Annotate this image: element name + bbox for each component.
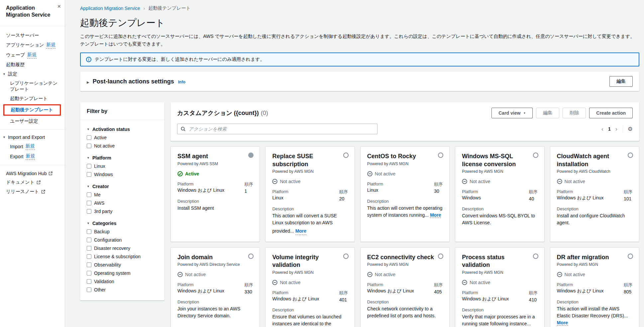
sidebar-item[interactable]: レプリケーションテンプレート <box>0 79 65 94</box>
sidebar-item[interactable]: ソースサーバー <box>0 31 65 40</box>
more-link[interactable]: More <box>430 212 441 218</box>
action-card[interactable]: Windows MS-SQL license conversion Powere… <box>455 146 544 242</box>
delete-action-button[interactable]: 削除 <box>563 108 586 118</box>
card-radio[interactable] <box>343 153 349 158</box>
filter-group-title[interactable]: ▼Platform <box>87 155 158 161</box>
filter-option[interactable]: Linux <box>87 164 158 169</box>
external-link[interactable]: リリースノート <box>6 187 65 196</box>
checkbox[interactable] <box>87 271 91 275</box>
sidebar-item[interactable]: ウェーブ新規 <box>0 50 65 60</box>
filter-option[interactable]: Operating system <box>87 271 158 276</box>
checkbox[interactable] <box>87 135 91 140</box>
info-banner: テンプレートに対する変更は、新しく追加されたサーバーにのみ適用されます。 <box>80 53 639 66</box>
checkbox[interactable] <box>87 287 91 292</box>
edit-settings-button[interactable]: 編集 <box>609 76 633 87</box>
checkbox[interactable] <box>87 229 91 234</box>
new-badge[interactable]: 新規 <box>27 52 37 58</box>
external-link[interactable]: AWS Migration Hub <box>6 169 65 178</box>
external-link-label: リリースノート <box>6 189 39 195</box>
sidebar-item[interactable]: Export新規 <box>0 152 65 162</box>
card-meta: Platform Windows および Linux 順序 330 <box>177 282 253 294</box>
filter-option[interactable]: Not active <box>87 143 158 149</box>
filter-option[interactable]: AWS <box>87 200 158 206</box>
breadcrumb-root-link[interactable]: Application Migration Service <box>80 6 140 11</box>
action-card[interactable]: SSM agent Powered by AWS SSM Active Plat… <box>170 146 260 242</box>
action-card[interactable]: EC2 connectivity check Powered by AWS MG… <box>360 247 450 327</box>
checkbox[interactable] <box>87 246 91 251</box>
gear-icon[interactable]: ⚙ <box>623 126 633 133</box>
card-meta: Platform Windows および Linux 順序 401 <box>272 290 348 302</box>
action-card[interactable]: Volume integrity validation Powered by A… <box>265 247 355 327</box>
filter-group-title[interactable]: ▼Categories <box>87 221 158 226</box>
filter-option[interactable]: Other <box>87 287 158 292</box>
search-input[interactable] <box>177 124 377 134</box>
action-card[interactable]: Join domain Powered by AWS Directory Ser… <box>170 247 260 327</box>
sidebar-item[interactable]: 起動後テンプレート <box>3 104 61 116</box>
card-radio[interactable] <box>533 153 538 158</box>
action-card[interactable]: CentOS to Rocky Powered by AWS MGN Not a… <box>360 146 450 242</box>
external-link[interactable]: ドキュメント <box>6 178 65 187</box>
checkbox[interactable] <box>87 254 91 259</box>
filter-option[interactable]: 3rd party <box>87 209 158 214</box>
filter-option[interactable]: Observability <box>87 262 158 268</box>
checkbox[interactable] <box>87 172 91 177</box>
action-card[interactable]: DR after migration Powered by AWS MGN No… <box>550 247 639 327</box>
sidebar-item[interactable]: ユーザー設定 <box>0 117 65 126</box>
checkbox[interactable] <box>87 192 91 197</box>
filter-option[interactable]: Me <box>87 192 158 197</box>
checkbox[interactable] <box>87 209 91 214</box>
filter-group-title[interactable]: ▼Creator <box>87 184 158 189</box>
action-card[interactable]: Replace SUSE subscription Powered by AWS… <box>265 146 355 242</box>
order-value: 401 <box>339 297 348 302</box>
next-page-icon[interactable]: › <box>615 126 617 132</box>
filter-group-title[interactable]: ▼Activation status <box>87 127 158 132</box>
filter-option[interactable]: License & subscription <box>87 254 158 259</box>
page-number[interactable]: 1 <box>608 126 611 132</box>
action-card[interactable]: CloudWatch agent installation Powered by… <box>550 146 639 242</box>
edit-action-button[interactable]: 編集 <box>536 108 559 118</box>
post-launch-header[interactable]: ▶ Post-launch actions settings Info <box>87 78 185 85</box>
info-link[interactable]: Info <box>178 80 185 84</box>
sidebar-item[interactable]: アプリケーション新規 <box>0 40 65 50</box>
card-view-dropdown[interactable]: Card view ▼ <box>491 108 533 118</box>
more-link[interactable]: More <box>557 320 568 326</box>
caret-right-icon[interactable]: ▶ <box>87 80 89 84</box>
sidebar-item[interactable]: 起動テンプレート <box>0 94 65 103</box>
card-radio[interactable] <box>628 254 633 259</box>
card-powered-by: Powered by AWS Directory Service <box>177 262 253 267</box>
sidebar-item[interactable]: ▼Import and Export <box>0 133 65 142</box>
checkbox[interactable] <box>87 144 91 148</box>
checkbox[interactable] <box>87 201 91 205</box>
caret-down-icon[interactable]: ▼ <box>3 72 6 76</box>
create-action-button[interactable]: Create action <box>589 108 633 118</box>
platform-label: Platform <box>462 189 481 194</box>
order-label: 順序 <box>529 290 538 296</box>
description-text: Check network connectivity to a predefin… <box>367 306 436 318</box>
sidebar-item[interactable]: Import新規 <box>0 142 65 152</box>
filter-option[interactable]: Disaster recovery <box>87 246 158 251</box>
filter-option[interactable]: Configuration <box>87 237 158 243</box>
sidebar-item[interactable]: ▼設定 <box>0 69 65 79</box>
checkbox[interactable] <box>87 279 91 284</box>
card-radio[interactable] <box>533 254 538 259</box>
filter-option[interactable]: Active <box>87 135 158 140</box>
action-card[interactable]: Process status validation Powered by AWS… <box>455 247 544 327</box>
caret-down-icon: ▼ <box>87 156 90 160</box>
previous-page-icon[interactable]: ‹ <box>601 126 603 132</box>
checkbox[interactable] <box>87 238 91 242</box>
sidebar-item[interactable]: 起動履歴 <box>0 60 65 69</box>
filter-option[interactable]: Backup <box>87 229 158 234</box>
filter-option[interactable]: Windows <box>87 172 158 177</box>
checkbox[interactable] <box>87 164 91 168</box>
filter-option-label: Not active <box>94 143 115 149</box>
card-radio[interactable] <box>343 254 349 259</box>
new-badge[interactable]: 新規 <box>26 153 35 160</box>
status-label: Not active <box>375 272 395 277</box>
more-link[interactable]: More <box>295 228 306 235</box>
close-icon[interactable]: × <box>57 3 61 9</box>
checkbox[interactable] <box>87 263 91 267</box>
new-badge[interactable]: 新規 <box>26 143 35 150</box>
filter-option[interactable]: Validation <box>87 279 158 284</box>
new-badge[interactable]: 新規 <box>46 42 55 49</box>
caret-down-icon[interactable]: ▼ <box>3 136 6 139</box>
